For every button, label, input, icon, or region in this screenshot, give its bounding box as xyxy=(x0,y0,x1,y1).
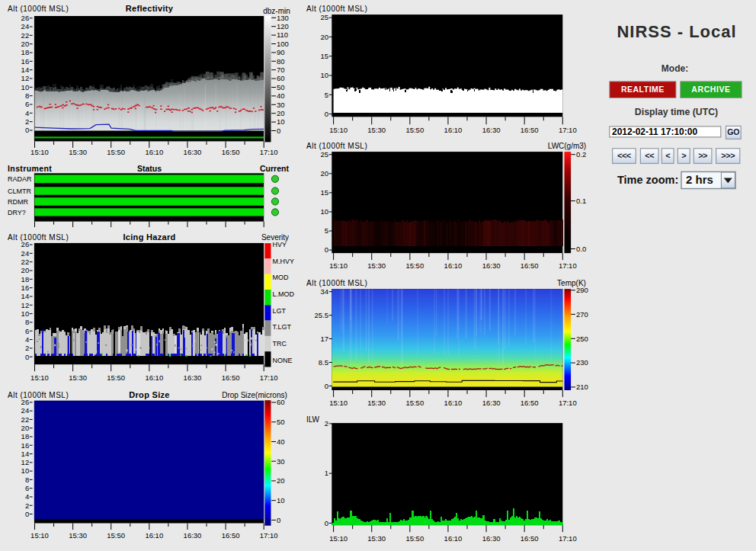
svg-text:Instrument: Instrument xyxy=(8,164,52,173)
svg-text:12: 12 xyxy=(21,301,30,309)
svg-text:ARCHIVE: ARCHIVE xyxy=(691,85,730,94)
svg-text:30: 30 xyxy=(277,101,285,109)
svg-text:Reflectivity: Reflectivity xyxy=(126,4,174,13)
svg-text:DRY?: DRY? xyxy=(8,209,26,216)
svg-text:14: 14 xyxy=(21,292,30,300)
svg-text:MOD: MOD xyxy=(273,274,289,281)
svg-text:CLMTR: CLMTR xyxy=(8,187,31,195)
svg-text:15:30: 15:30 xyxy=(69,373,87,382)
svg-text:16:50: 16:50 xyxy=(521,534,539,543)
svg-text:10: 10 xyxy=(320,207,328,216)
svg-text:LGT: LGT xyxy=(273,307,287,315)
svg-text:120: 120 xyxy=(277,22,289,30)
svg-text:0: 0 xyxy=(277,127,280,135)
svg-text:Mode:: Mode: xyxy=(662,63,688,74)
svg-text:Alt (1000ft MSL): Alt (1000ft MSL) xyxy=(8,5,69,13)
svg-text:15:50: 15:50 xyxy=(107,531,125,540)
svg-text:<: < xyxy=(665,151,670,160)
svg-text:2: 2 xyxy=(25,501,29,510)
svg-text:17:10: 17:10 xyxy=(260,531,278,540)
svg-text:15:10: 15:10 xyxy=(329,534,348,543)
svg-text:Drop Size: Drop Size xyxy=(129,390,169,399)
svg-text:<<: << xyxy=(645,151,654,160)
svg-text:0: 0 xyxy=(25,126,29,134)
svg-text:RDMR: RDMR xyxy=(8,198,28,206)
svg-text:10: 10 xyxy=(21,466,30,475)
svg-text:4: 4 xyxy=(25,492,29,501)
svg-text:16:10: 16:10 xyxy=(145,531,163,540)
svg-text:16:30: 16:30 xyxy=(482,399,501,407)
svg-text:16:50: 16:50 xyxy=(222,373,240,382)
svg-text:20: 20 xyxy=(21,424,30,432)
svg-text:16:30: 16:30 xyxy=(482,126,501,134)
svg-text:16:10: 16:10 xyxy=(444,126,463,134)
svg-text:>: > xyxy=(681,151,686,160)
svg-text:15:10: 15:10 xyxy=(329,399,348,407)
svg-text:26: 26 xyxy=(21,14,30,22)
svg-text:20: 20 xyxy=(277,476,285,485)
svg-text:Display time (UTC): Display time (UTC) xyxy=(635,107,718,117)
svg-text:17: 17 xyxy=(320,335,328,343)
svg-text:GO: GO xyxy=(727,127,739,136)
svg-text:>>: >> xyxy=(698,151,707,160)
svg-text:22: 22 xyxy=(21,258,30,266)
svg-text:16:30: 16:30 xyxy=(482,534,501,543)
svg-text:8.5: 8.5 xyxy=(319,358,328,367)
svg-text:12: 12 xyxy=(21,458,30,466)
svg-text:25: 25 xyxy=(320,13,328,21)
svg-text:22: 22 xyxy=(21,415,30,424)
svg-text:0: 0 xyxy=(277,516,280,524)
svg-text:10: 10 xyxy=(21,309,30,318)
svg-text:12: 12 xyxy=(21,74,30,82)
svg-text:Time zoom:: Time zoom: xyxy=(617,174,678,186)
svg-text:Alt (1000ft MSL): Alt (1000ft MSL) xyxy=(8,233,69,242)
svg-text:14: 14 xyxy=(21,66,30,74)
svg-text:8: 8 xyxy=(25,91,29,100)
svg-text:Alt (1000ft MSL): Alt (1000ft MSL) xyxy=(306,142,367,150)
svg-text:8: 8 xyxy=(25,318,29,326)
svg-text:18: 18 xyxy=(21,48,30,56)
svg-text:2012-02-11 17:10:00: 2012-02-11 17:10:00 xyxy=(612,127,697,137)
svg-text:16:30: 16:30 xyxy=(482,261,501,270)
svg-text:15:50: 15:50 xyxy=(405,261,424,270)
svg-text:4: 4 xyxy=(25,335,29,344)
svg-text:15:50: 15:50 xyxy=(405,126,424,134)
svg-text:0.2: 0.2 xyxy=(576,150,586,159)
svg-text:15:10: 15:10 xyxy=(30,531,49,540)
svg-text:70: 70 xyxy=(277,66,285,74)
svg-text:15:30: 15:30 xyxy=(367,126,386,134)
svg-text:15:10: 15:10 xyxy=(329,126,348,134)
svg-text:Alt (1000ft MSL): Alt (1000ft MSL) xyxy=(306,279,367,287)
svg-text:15:50: 15:50 xyxy=(405,534,424,543)
svg-text:16: 16 xyxy=(21,284,30,292)
svg-text:16:10: 16:10 xyxy=(444,534,463,543)
svg-text:80: 80 xyxy=(277,57,285,66)
svg-text:290: 290 xyxy=(576,286,588,294)
svg-text:0: 0 xyxy=(325,382,328,390)
svg-text:16:50: 16:50 xyxy=(222,148,240,156)
svg-text:15:10: 15:10 xyxy=(329,261,348,270)
svg-text:110: 110 xyxy=(277,30,288,39)
svg-text:90: 90 xyxy=(277,48,285,56)
svg-text:130: 130 xyxy=(277,14,289,22)
svg-text:10: 10 xyxy=(21,83,30,91)
svg-text:34: 34 xyxy=(320,287,328,296)
svg-text:16: 16 xyxy=(21,57,30,66)
svg-text:4: 4 xyxy=(25,109,29,117)
svg-text:16:10: 16:10 xyxy=(145,148,163,156)
svg-text:LWC(g/m3): LWC(g/m3) xyxy=(548,142,586,150)
svg-text:10: 10 xyxy=(277,117,285,126)
svg-text:25: 25 xyxy=(320,150,328,159)
svg-text:16:10: 16:10 xyxy=(444,261,463,270)
svg-text:2: 2 xyxy=(25,344,29,352)
svg-text:Current: Current xyxy=(260,164,289,173)
svg-text:HVY: HVY xyxy=(273,241,287,248)
svg-text:NONE: NONE xyxy=(273,357,293,364)
svg-text:Alt (1000ft MSL): Alt (1000ft MSL) xyxy=(306,5,367,13)
svg-text:15:10: 15:10 xyxy=(30,148,49,156)
svg-text:15:50: 15:50 xyxy=(107,373,125,382)
svg-text:24: 24 xyxy=(21,249,30,258)
svg-text:15:50: 15:50 xyxy=(405,399,424,407)
svg-text:30: 30 xyxy=(277,457,285,466)
svg-text:8: 8 xyxy=(25,476,29,484)
